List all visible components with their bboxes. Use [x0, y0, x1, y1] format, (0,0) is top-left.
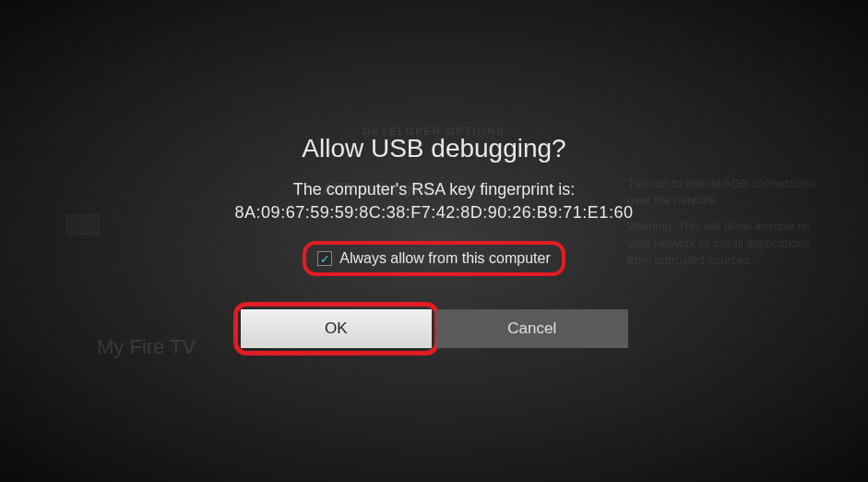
always-allow-checkbox-row[interactable]: ✓ Always allow from this computer	[312, 247, 556, 271]
cancel-button[interactable]: Cancel	[436, 309, 628, 348]
usb-debugging-dialog: Allow USB debugging? The computer's RSA …	[185, 134, 684, 348]
annotation-highlight-ok: OK	[233, 302, 440, 355]
always-allow-checkbox[interactable]: ✓	[317, 251, 332, 266]
background-left-label: My Fire TV	[97, 335, 196, 359]
dialog-title: Allow USB debugging?	[185, 134, 684, 163]
background-back-box	[66, 214, 100, 235]
annotation-highlight-checkbox: ✓ Always allow from this computer	[303, 241, 565, 276]
checkmark-icon: ✓	[320, 253, 330, 265]
dialog-button-row: OK Cancel	[241, 309, 628, 348]
dialog-fingerprint: 8A:09:67:59:59:8C:38:F7:42:8D:90:26:B9:7…	[185, 203, 684, 223]
ok-button[interactable]: OK	[241, 309, 433, 348]
dialog-subtitle: The computer's RSA key fingerprint is:	[185, 180, 684, 199]
always-allow-label: Always allow from this computer	[339, 250, 551, 267]
